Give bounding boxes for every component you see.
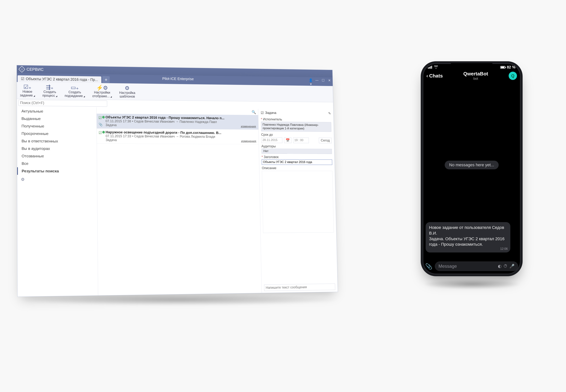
ribbon-new-task[interactable]: ☑₊ Новое задание: [19, 83, 36, 98]
assignee-label: Исполнитель: [261, 117, 331, 122]
ribbon-create-process[interactable]: ⇶₊ Создать процесс: [41, 83, 58, 98]
auditors-label: Аудиторы: [261, 144, 332, 148]
phone-shadow: [423, 279, 521, 289]
attach-icon[interactable]: 📎: [425, 263, 432, 270]
title-label: Заголовок: [261, 155, 332, 159]
signal-icon: [428, 66, 432, 69]
due-date-input[interactable]: [261, 137, 282, 143]
details-header-text: Задача: [265, 111, 276, 115]
due-label: Срок до: [261, 133, 332, 137]
sidebar-item[interactable]: Результаты поиска: [17, 167, 97, 175]
battery-percent: 82 %: [507, 65, 515, 70]
close-button[interactable]: ✕: [327, 78, 332, 86]
minimize-button[interactable]: —: [315, 78, 319, 86]
display-settings-icon: ⚡⚙: [98, 84, 106, 91]
checkbox-icon: ☑: [21, 77, 24, 81]
content-area: АктуальныеВыданныеПолученныеПросроченные…: [17, 107, 338, 297]
bot-avatar[interactable]: Q: [509, 72, 517, 80]
search-input[interactable]: [18, 99, 107, 107]
wifi-icon: [434, 65, 438, 70]
sidebar-item[interactable]: Актуальные: [17, 107, 97, 115]
phone-input-bar: 📎 Message ◐ ⏱ 🎤: [425, 262, 518, 271]
tab-active[interactable]: ☑ Объекты УГЭС 2 квартал 2016 года - Пр.…: [17, 75, 101, 83]
incoming-message[interactable]: Новое задание от пользователя Седов В.И.…: [426, 222, 510, 252]
ribbon-display-settings[interactable]: ⚡⚙ Настройки отображе...: [91, 84, 113, 98]
ribbon-create-subtask[interactable]: ▭₊ Создать подзадание: [63, 84, 86, 98]
tab-label: Объекты УГЭС 2 квартал 2016 года - Пр...: [26, 77, 98, 82]
description-area[interactable]: [262, 171, 334, 233]
menu-service[interactable]: СЕРВИС: [26, 67, 44, 72]
details-panel: ☑ Задача ✎ Исполнитель Павленко Надежда …: [258, 109, 338, 293]
ribbon-new-task-label: Новое задание: [20, 90, 35, 97]
tab-add-button[interactable]: +: [102, 76, 110, 83]
sidebar-item[interactable]: Вы в ответственных: [17, 137, 97, 145]
ribbon-display-settings-label: Настройки отображе...: [92, 91, 112, 98]
attachment-icon: 📎: [99, 122, 103, 126]
task-changes-link[interactable]: изменения: [241, 139, 256, 143]
desc-label: Описание: [262, 166, 333, 170]
user-icon[interactable]: 👤▾: [308, 78, 313, 86]
message-text: Новое задание от пользователя Седов В.И.…: [429, 225, 507, 250]
phone-notch: [451, 63, 493, 70]
sticker-icon[interactable]: ◐: [498, 264, 501, 269]
task-row[interactable]: ☑Наружное освещение подъездной дороги - …: [97, 129, 259, 144]
app-title: Pilot-ICE Enterprise: [162, 77, 194, 81]
status-dot-icon: [102, 131, 105, 134]
mic-icon[interactable]: 🎤: [509, 264, 514, 269]
sidebar-item[interactable]: Отозванные: [17, 152, 97, 160]
due-time-input[interactable]: [293, 138, 309, 143]
task-type: Задача: [106, 138, 257, 143]
ribbon-create-process-label: Создать процесс: [43, 90, 57, 98]
chat-title[interactable]: QwertaBot bot: [463, 71, 488, 81]
maximize-button[interactable]: ☐: [321, 78, 326, 86]
process-icon: ⇶₊: [46, 84, 54, 90]
sidebar-item[interactable]: Выданные: [17, 115, 97, 123]
chevron-left-icon: ‹: [426, 73, 428, 79]
details-header: ☑ Задача ✎: [261, 111, 331, 115]
list-search-icon[interactable]: 🔍: [251, 110, 256, 114]
auditors-value[interactable]: Нет: [261, 149, 332, 154]
bot-name: QwertaBot: [463, 71, 488, 77]
sidebar-item[interactable]: Вы в аудиторах: [17, 145, 97, 152]
phone-mockup: 82 % ‹ Chats QwertaBot bot Q No messages…: [421, 61, 522, 276]
calendar-icon[interactable]: 📅: [284, 138, 291, 143]
message-time: 12:06: [500, 247, 508, 251]
check-icon: ☑: [99, 115, 102, 120]
message-field[interactable]: Message ◐ ⏱ 🎤: [435, 262, 518, 271]
message-placeholder: Message: [438, 264, 457, 269]
sidebar-settings-icon[interactable]: ⚙: [17, 175, 97, 184]
no-messages-pill: No messages here yet...: [445, 161, 499, 169]
back-label: Chats: [429, 73, 443, 79]
assignee-value[interactable]: Павленко Надежда Павловна (Инженер-проек…: [261, 121, 332, 132]
edit-icon[interactable]: ✎: [328, 111, 331, 115]
task-changes-link[interactable]: изменения: [241, 125, 256, 128]
phone-navbar: ‹ Chats QwertaBot bot Q: [423, 70, 521, 82]
subtask-icon: ▭₊: [71, 84, 79, 90]
sidebar-item[interactable]: Все: [17, 160, 97, 168]
bot-subtitle: bot: [463, 77, 488, 81]
check-icon: ☑: [99, 130, 102, 135]
desktop-app-window: ◇ СЕРВИС ☑ Объекты УГЭС 2 квартал 2016 г…: [17, 65, 338, 297]
sidebar-item[interactable]: Просроченные: [17, 130, 97, 138]
task-row[interactable]: ☑📎Объекты УГЭС 2 квартал 2016 года - Про…: [97, 113, 259, 129]
checkbox-icon: ☑: [261, 111, 264, 115]
timer-icon[interactable]: ⏱: [503, 264, 508, 269]
message-input[interactable]: [264, 284, 335, 291]
today-button[interactable]: Сегод: [319, 138, 332, 143]
due-row: 📅 Сегод: [261, 137, 332, 143]
window-controls: 👤▾ — ☐ ✕: [308, 78, 332, 86]
new-task-icon: ☑₊: [23, 84, 31, 90]
chat-body[interactable]: No messages here yet... Новое задание от…: [423, 88, 521, 255]
app-logo-icon: ◇: [18, 66, 25, 73]
title-input[interactable]: [262, 159, 332, 165]
sidebar: АктуальныеВыданныеПолученныеПросроченные…: [17, 107, 98, 297]
ribbon-create-subtask-label: Создать подзадание: [65, 90, 85, 98]
back-button[interactable]: ‹ Chats: [426, 73, 443, 79]
sidebar-item[interactable]: Полученные: [17, 122, 97, 130]
battery-icon: [500, 66, 505, 69]
template-settings-icon: ⚙: [123, 85, 131, 91]
ribbon-template-settings-label: Настройка шаблонов: [119, 91, 135, 98]
status-dot-icon: [102, 116, 105, 118]
ribbon-template-settings[interactable]: ⚙ Настройка шаблонов: [118, 84, 136, 99]
task-list: 🔍 ☑📎Объекты УГЭС 2 квартал 2016 года - П…: [97, 107, 262, 295]
